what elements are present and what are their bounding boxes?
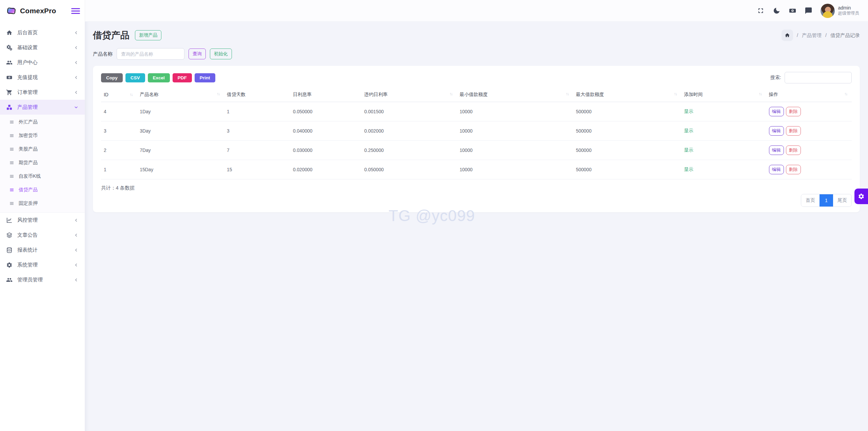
submenu-item-label: 自发币K线 [19, 173, 41, 179]
col-label: ID [104, 92, 108, 97]
sidebar-item-user-center[interactable]: 用户中心 [0, 55, 85, 70]
chevron-down-icon [74, 105, 79, 110]
sidebar-item-reports[interactable]: 报表统计 [0, 242, 85, 257]
col-header-default-rate[interactable]: 违约日利率↑↓ [361, 88, 457, 102]
money-icon[interactable] [789, 7, 796, 15]
submenu-item-forex[interactable]: 外汇产品 [0, 115, 85, 129]
csv-button[interactable]: CSV [125, 73, 145, 82]
sidebar-item-orders[interactable]: 订单管理 [0, 85, 85, 100]
col-header-max-amount[interactable]: 最大借款额度↑↓ [573, 88, 682, 102]
sidebar-item-system[interactable]: 系统管理 [0, 257, 85, 272]
show-time-link[interactable]: 显示 [684, 167, 693, 172]
show-time-link[interactable]: 显示 [684, 109, 693, 114]
avatar[interactable] [821, 4, 835, 18]
print-button[interactable]: Print [195, 73, 215, 82]
sidebar-item-label: 基础设置 [17, 44, 38, 51]
page-title: 借贷产品 [93, 29, 130, 41]
hamburger-icon[interactable] [71, 8, 80, 14]
dark-mode-moon-icon[interactable] [773, 7, 781, 15]
chat-icon[interactable] [805, 7, 812, 15]
submenu-item-crypto[interactable]: 加密货币 [0, 129, 85, 142]
table-row: 4 1Day 1 0.050000 0.001500 10000 500000 … [101, 102, 852, 121]
sidebar-item-deposit-withdraw[interactable]: 充值提现 [0, 70, 85, 85]
chevron-left-icon [74, 248, 79, 253]
table-row: 3 3Day 3 0.040000 0.002000 10000 500000 … [101, 121, 852, 141]
breadcrumb-item-products[interactable]: 产品管理 [802, 32, 822, 39]
sidebar-item-products[interactable]: 产品管理 [0, 100, 85, 115]
delete-button[interactable]: 删除 [786, 107, 801, 116]
col-label: 操作 [769, 92, 778, 97]
sidebar-item-label: 订单管理 [17, 89, 38, 96]
sort-icon[interactable]: ↑↓ [759, 92, 762, 96]
edit-button[interactable]: 编辑 [769, 126, 784, 136]
brand-name: ComexPro [20, 7, 56, 15]
first-page-button[interactable]: 首页 [801, 194, 820, 207]
sidebar-item-risk[interactable]: 风控管理 [0, 213, 85, 228]
page-content: 借贷产品 新增产品 / 产品管理 / 借贷产品记录 产品名称 查询 初始化 [85, 22, 868, 431]
col-header-actions[interactable]: 操作↑↓ [766, 88, 852, 102]
chevron-left-icon [74, 60, 79, 65]
user-menu[interactable]: admin 超级管理员 [821, 4, 860, 18]
table-search-input[interactable] [785, 72, 852, 83]
sort-icon[interactable]: ↑↓ [449, 92, 452, 96]
col-label: 最大借款额度 [576, 92, 604, 97]
sort-icon[interactable]: ↑↓ [566, 92, 569, 96]
sidebar-item-label: 产品管理 [17, 104, 38, 111]
sort-icon[interactable]: ↑↓ [674, 92, 676, 96]
copy-button[interactable]: Copy [101, 73, 123, 82]
add-product-button[interactable]: 新增产品 [135, 30, 161, 40]
pagination-group: 首页 1 尾页 [801, 194, 852, 207]
submenu-item-us-stocks[interactable]: 美股产品 [0, 142, 85, 156]
submenu-item-loan-products[interactable]: 借贷产品 [0, 183, 85, 197]
brand-logo-icon [5, 5, 17, 17]
edit-button[interactable]: 编辑 [769, 107, 784, 116]
submenu-item-staking[interactable]: 固定质押 [0, 197, 85, 210]
sort-icon[interactable]: ↑↓ [217, 92, 219, 96]
chevron-left-icon [74, 45, 79, 50]
watermark-text: TG @yc099 [389, 207, 475, 225]
breadcrumb-home-button[interactable] [782, 30, 793, 41]
show-time-link[interactable]: 显示 [684, 148, 693, 153]
sort-icon[interactable]: ↑↓ [130, 92, 132, 97]
table-card: Copy CSV Excel PDF Print 搜索: ID↑↓ 产品名称↑↓ [93, 66, 860, 212]
cell-default-rate: 0.250000 [361, 141, 457, 160]
sort-icon[interactable]: ↑↓ [844, 92, 847, 96]
delete-button[interactable]: 删除 [786, 145, 801, 155]
col-header-add-time[interactable]: 添加时间↑↓ [681, 88, 766, 102]
query-button[interactable]: 查询 [189, 48, 206, 59]
col-label: 添加时间 [684, 92, 703, 97]
fullscreen-icon[interactable] [757, 7, 765, 15]
edit-button[interactable]: 编辑 [769, 145, 784, 155]
col-header-name[interactable]: 产品名称↑↓ [137, 88, 224, 102]
settings-fab-button[interactable] [854, 189, 868, 204]
show-time-link[interactable]: 显示 [684, 128, 693, 133]
submenu-item-kline[interactable]: 自发币K线 [0, 170, 85, 183]
col-header-min-amount[interactable]: 最小借款额度↑↓ [457, 88, 573, 102]
col-header-days[interactable]: 借贷天数 [224, 88, 290, 102]
search-label: 搜索: [770, 75, 781, 81]
edit-button[interactable]: 编辑 [769, 165, 784, 174]
cell-default-rate: 0.001500 [361, 102, 457, 121]
sidebar-item-admins[interactable]: 管理员管理 [0, 272, 85, 287]
last-page-button[interactable]: 尾页 [833, 194, 851, 207]
submenu-item-futures[interactable]: 期货产品 [0, 156, 85, 170]
col-header-id[interactable]: ID↑↓ [101, 88, 137, 102]
cell-name: 7Day [137, 141, 224, 160]
col-header-daily-rate[interactable]: 日利息率 [290, 88, 361, 102]
product-name-input[interactable] [117, 48, 184, 60]
cell-max-amount: 500000 [573, 141, 682, 160]
col-label: 违约日利率 [364, 92, 388, 97]
pdf-button[interactable]: PDF [173, 73, 192, 82]
reset-button[interactable]: 初始化 [210, 48, 232, 59]
current-page-button[interactable]: 1 [820, 194, 833, 207]
sidebar-item-announcements[interactable]: 文章公告 [0, 228, 85, 242]
delete-button[interactable]: 删除 [786, 126, 801, 136]
excel-button[interactable]: Excel [148, 73, 170, 82]
sidebar-item-basic-settings[interactable]: 基础设置 [0, 40, 85, 55]
cell-max-amount: 500000 [573, 102, 682, 121]
sidebar-item-dashboard[interactable]: 后台首页 [0, 25, 85, 40]
total-count-text: 共计：4 条数据 [101, 185, 852, 191]
delete-button[interactable]: 删除 [786, 165, 801, 174]
sidebar-item-label: 风控管理 [17, 217, 38, 223]
layers-icon [6, 232, 13, 238]
